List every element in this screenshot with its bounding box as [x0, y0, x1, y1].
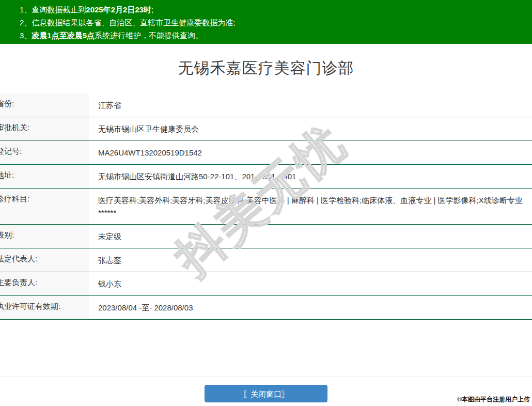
notice-number: 3、 — [20, 31, 32, 40]
notice-text: 系统进行维护，不能提供查询。 — [95, 31, 203, 40]
footer-divider — [0, 377, 532, 377]
row-label: 登记号: — [0, 141, 89, 164]
row-value: 医疗美容科;美容外科;美容牙科;美容皮肤科;美容中医科 | 麻醉科 | 医学检验… — [89, 189, 532, 224]
table-row-registration-number: 登记号: MA26U4WT132020519D1542 — [0, 141, 532, 165]
notice-text: 信息数据结果以各省、自治区、直辖市卫生健康委数据为准; — [32, 18, 235, 27]
notice-line-2: 2、信息数据结果以各省、自治区、直辖市卫生健康委数据为准; — [20, 16, 527, 29]
row-value: 无锡市锡山区安镇街道山河路50-22-101、201、301、401 — [89, 165, 532, 188]
close-window-button[interactable]: 〖关闭窗口〗 — [205, 385, 327, 402]
institution-info-table: 省份: 江苏省 审批机关: 无锡市锡山区卫生健康委员会 登记号: MA26U4W… — [0, 93, 532, 320]
row-label: 诊疗科目: — [0, 189, 89, 224]
page-title: 无锡禾嘉医疗美容门诊部 — [0, 58, 532, 80]
row-label: 审批机关: — [0, 117, 89, 140]
table-row-legal-representative: 法定代表人: 张志銮 — [0, 248, 532, 272]
notice-text-bold: 凌晨1点至凌晨5点 — [32, 31, 95, 40]
table-row-medical-subjects: 诊疗科目: 医疗美容科;美容外科;美容牙科;美容皮肤科;美容中医科 | 麻醉科 … — [0, 189, 532, 225]
row-label: 省份: — [0, 93, 89, 117]
notice-text-bold: 2025年2月2日23时 — [86, 5, 151, 14]
table-row-level: 级别: 未定级 — [0, 225, 532, 248]
row-value: 2023/08/04 -至- 2028/08/03 — [89, 296, 532, 319]
row-label: 法定代表人: — [0, 248, 89, 272]
notice-text: ; — [151, 5, 153, 14]
notice-number: 2、 — [20, 18, 32, 27]
table-row-approval-authority: 审批机关: 无锡市锡山区卫生健康委员会 — [0, 117, 532, 141]
row-value: 江苏省 — [89, 93, 532, 117]
row-value: 钱小东 — [89, 272, 532, 295]
table-row-address: 地址: 无锡市锡山区安镇街道山河路50-22-101、201、301、401 — [0, 165, 532, 189]
row-label: 地址: — [0, 165, 89, 188]
notice-line-1: 1、查询数据截止到2025年2月2日23时; — [20, 3, 527, 16]
row-value: 未定级 — [89, 225, 532, 248]
license-query-page: 1、查询数据截止到2025年2月2日23时; 2、信息数据结果以各省、自治区、直… — [0, 0, 532, 406]
row-value: 张志銮 — [89, 248, 532, 272]
row-value: MA26U4WT132020519D1542 — [89, 141, 532, 164]
table-row-principal: 主要负责人: 钱小东 — [0, 272, 532, 296]
copyright-watermark: ©本图由平台注册用户上传 — [457, 395, 530, 404]
table-row-license-validity: 执业许可证有效期: 2023/08/04 -至- 2028/08/03 — [0, 296, 532, 320]
row-value: 无锡市锡山区卫生健康委员会 — [89, 117, 532, 140]
notice-number: 1、 — [20, 5, 32, 14]
notice-line-3: 3、凌晨1点至凌晨5点系统进行维护，不能提供查询。 — [20, 29, 527, 42]
notice-bar: 1、查询数据截止到2025年2月2日23时; 2、信息数据结果以各省、自治区、直… — [0, 0, 532, 44]
notice-text: 查询数据截止到 — [32, 5, 86, 14]
row-label: 执业许可证有效期: — [0, 296, 89, 319]
row-label: 主要负责人: — [0, 272, 89, 295]
table-row-province: 省份: 江苏省 — [0, 93, 532, 117]
row-label: 级别: — [0, 225, 89, 248]
